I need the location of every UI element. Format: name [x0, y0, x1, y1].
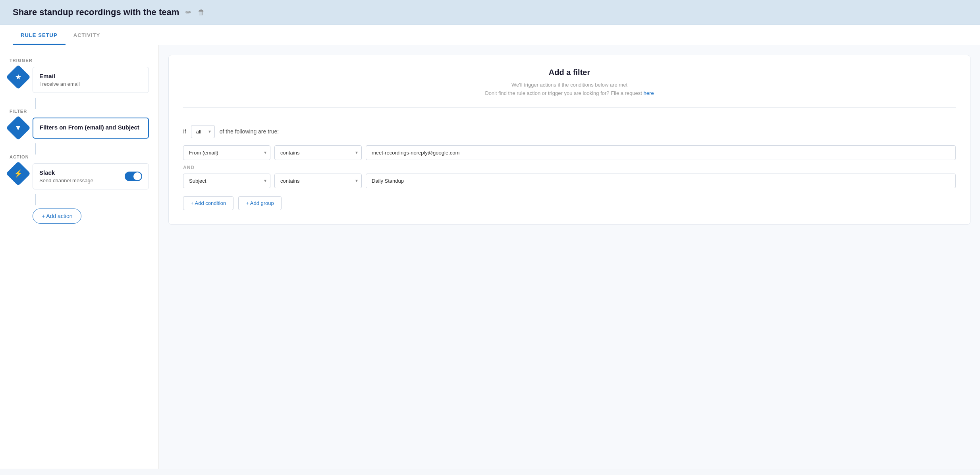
connector-3: [35, 194, 36, 205]
tabs-bar: RULE SETUP ACTIVITY: [0, 25, 980, 45]
action-row: ⚡ Slack Send channel message: [10, 163, 149, 189]
filter-desc-2: Don't find the rule action or trigger yo…: [183, 89, 956, 98]
trigger-section: TRIGGER ★ Email I receive an email: [10, 58, 149, 93]
field-select-2[interactable]: Subject From (email) To Body: [183, 174, 270, 188]
all-select[interactable]: all: [191, 125, 215, 138]
field-select-1[interactable]: From (email) Subject To Body: [183, 145, 270, 160]
filter-card-title: Filters on From (email) and Subject: [40, 124, 142, 131]
filter-request-link[interactable]: here: [644, 90, 654, 96]
edit-icon[interactable]: ✏: [185, 8, 191, 17]
and-connector: AND: [183, 165, 956, 170]
left-panel: TRIGGER ★ Email I receive an email FILTE…: [0, 45, 159, 469]
of-following-label: of the following are true:: [220, 128, 279, 135]
filter-panel: Add a filter We'll trigger actions if th…: [168, 55, 970, 225]
if-row: If all of the following are true:: [183, 125, 956, 138]
condition-row-2: Subject From (email) To Body contains do…: [183, 174, 956, 188]
tab-activity[interactable]: ACTIVITY: [66, 25, 108, 45]
action-card-sub: Send channel message: [39, 178, 93, 183]
trigger-star-icon: ★: [15, 73, 21, 81]
action-toggle[interactable]: [125, 172, 142, 181]
if-label: If: [183, 128, 186, 135]
action-card[interactable]: Slack Send channel message: [33, 163, 149, 189]
filter-row: ▼ Filters on From (email) and Subject: [10, 118, 149, 139]
action-card-row: Slack Send channel message: [39, 169, 142, 183]
filter-section: FILTER ▼ Filters on From (email) and Sub…: [10, 109, 149, 139]
all-select-wrapper: all: [191, 125, 215, 138]
operator-select-wrapper-2: contains does not contain equals starts …: [274, 174, 362, 188]
add-buttons-row: + Add condition + Add group: [183, 196, 956, 210]
toggle-thumb: [133, 172, 141, 180]
trigger-row: ★ Email I receive an email: [10, 67, 149, 93]
trigger-card-sub: I receive an email: [39, 81, 142, 87]
right-panel: Add a filter We'll trigger actions if th…: [159, 45, 980, 469]
add-condition-button[interactable]: + Add condition: [183, 196, 233, 210]
operator-select-1[interactable]: contains does not contain equals starts …: [274, 145, 362, 160]
main-content: TRIGGER ★ Email I receive an email FILTE…: [0, 45, 980, 469]
field-select-wrapper-1: From (email) Subject To Body: [183, 145, 270, 160]
condition-row-1: From (email) Subject To Body contains do…: [183, 145, 956, 160]
filter-section-label: FILTER: [10, 109, 149, 114]
filter-header: Add a filter We'll trigger actions if th…: [183, 68, 956, 108]
action-section: ACTION ⚡ Slack Send channel message: [10, 154, 149, 189]
filter-desc-1: We'll trigger actions if the conditions …: [183, 81, 956, 89]
trigger-icon: ★: [6, 65, 31, 89]
action-bolt-icon: ⚡: [14, 169, 23, 178]
value-input-2[interactable]: [366, 174, 956, 188]
trigger-card-title: Email: [39, 73, 142, 79]
filter-body: If all of the following are true: From (…: [183, 119, 956, 210]
filter-icon: ▼: [6, 116, 31, 140]
tab-rule-setup[interactable]: RULE SETUP: [13, 25, 66, 45]
value-input-1[interactable]: [366, 145, 956, 160]
page-title: Share standup recordings with the team: [13, 7, 179, 17]
trigger-card[interactable]: Email I receive an email: [33, 67, 149, 93]
filter-panel-title: Add a filter: [183, 68, 956, 77]
toggle-track: [125, 172, 142, 181]
action-card-titles: Slack Send channel message: [39, 169, 93, 183]
delete-icon[interactable]: 🗑: [198, 8, 205, 17]
filter-funnel-icon: ▼: [15, 124, 22, 132]
action-card-title: Slack: [39, 169, 93, 176]
connector-1: [35, 98, 36, 109]
add-action-button[interactable]: + Add action: [33, 209, 81, 224]
operator-select-wrapper-1: contains does not contain equals starts …: [274, 145, 362, 160]
add-group-button[interactable]: + Add group: [238, 196, 281, 210]
operator-select-2[interactable]: contains does not contain equals starts …: [274, 174, 362, 188]
connector-2: [35, 143, 36, 154]
trigger-section-label: TRIGGER: [10, 58, 149, 63]
action-section-label: ACTION: [10, 154, 149, 159]
top-bar: Share standup recordings with the team ✏…: [0, 0, 980, 25]
action-icon: ⚡: [6, 161, 31, 186]
filter-card[interactable]: Filters on From (email) and Subject: [33, 118, 149, 139]
field-select-wrapper-2: Subject From (email) To Body: [183, 174, 270, 188]
